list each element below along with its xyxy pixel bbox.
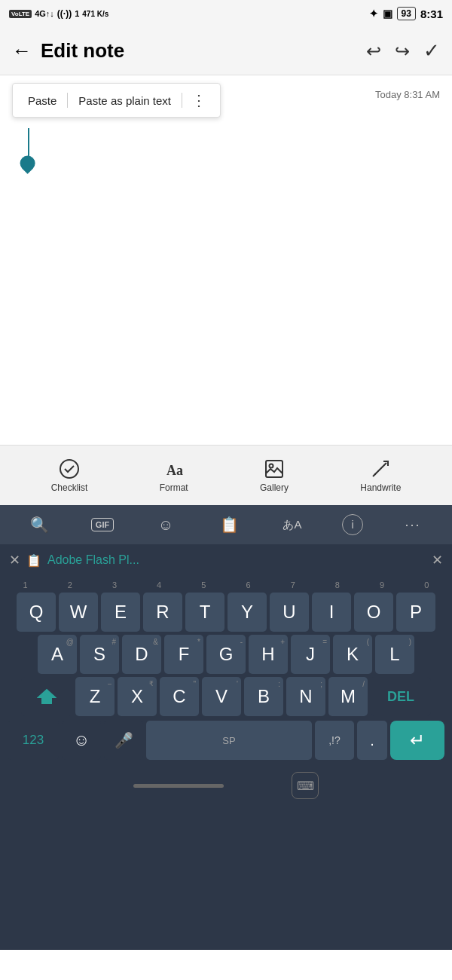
keyboard-top-icons: 🔍 GIF ☺ 📋 あA i ··· [0, 505, 452, 544]
toolbar-divider [67, 93, 68, 108]
keyboard-row-3: –Z ₹X "C 'V :B ;N /M DEL [0, 675, 452, 718]
keyboard-row-1: Q W E R T Y U I O P [0, 591, 452, 633]
more-options-button[interactable]: ⋮ [185, 88, 212, 112]
checklist-button[interactable]: Checklist [51, 458, 88, 493]
keyboard: 🔍 GIF ☺ 📋 あA i ··· ✕ 📋 Adobe Flash Pl...… [0, 505, 452, 950]
kb-translate-icon[interactable]: あA [279, 511, 306, 538]
shift-key[interactable] [21, 677, 72, 716]
svg-line-4 [374, 463, 386, 475]
clipboard-close-right[interactable]: ✕ [432, 552, 443, 568]
key-r[interactable]: R [143, 593, 182, 632]
key-z[interactable]: –Z [75, 677, 115, 716]
key-y[interactable]: Y [228, 593, 267, 632]
gallery-icon [264, 458, 285, 479]
paste-toolbar: Paste Paste as plain text ⋮ [12, 83, 221, 118]
key-t[interactable]: T [185, 593, 224, 632]
key-m[interactable]: /M [328, 677, 368, 716]
save-button[interactable]: ✓ [423, 39, 440, 63]
app-bar: ← Edit note ↩ ↪ ✓ [0, 27, 452, 75]
vibrate-icon: ▣ [383, 8, 392, 20]
undo-button[interactable]: ↩ [366, 41, 381, 62]
period-key[interactable]: . [357, 721, 387, 760]
key-l[interactable]: )L [375, 635, 414, 674]
format-button[interactable]: Aa Format [160, 458, 188, 493]
key-d[interactable]: &D [122, 635, 161, 674]
gallery-label: Gallery [260, 482, 289, 493]
cursor-line [28, 128, 29, 158]
delete-key[interactable]: DEL [371, 677, 431, 716]
key-p[interactable]: P [396, 593, 435, 632]
status-left: VoLTE 4G↑↓ ((·)) 1 471 K/s [9, 8, 108, 19]
kb-more-icon[interactable]: ··· [399, 511, 426, 538]
toolbar-divider2 [182, 93, 182, 108]
app-bar-actions: ↩ ↪ ✓ [366, 39, 440, 63]
svg-line-5 [373, 473, 376, 476]
key-q[interactable]: Q [17, 593, 56, 632]
bottom-toolbar: Checklist Aa Format Gallery Handwrite [0, 445, 452, 505]
key-h[interactable]: +H [249, 635, 288, 674]
kb-sticker-icon[interactable]: ☺ [152, 511, 179, 538]
key-a[interactable]: @A [38, 635, 77, 674]
key-v[interactable]: 'V [202, 677, 241, 716]
format-label: Format [160, 482, 188, 493]
volte-badge: VoLTE [9, 10, 32, 18]
enter-key[interactable]: ↵ [390, 721, 444, 760]
keyboard-row-2: @A #S &D *F -G +H =J (K )L [0, 633, 452, 675]
wifi-icon: ((·)) [57, 8, 72, 19]
paste-button[interactable]: Paste [20, 91, 64, 110]
shift-icon [37, 688, 56, 705]
key-b[interactable]: :B [244, 677, 283, 716]
sym-label: 123 [23, 733, 44, 748]
kb-gif-icon[interactable]: GIF [89, 511, 116, 538]
svg-text:Aa: Aa [166, 463, 183, 478]
status-bar: VoLTE 4G↑↓ ((·)) 1 471 K/s ✦ ▣ 93 8:31 [0, 0, 452, 27]
status-right: ✦ ▣ 93 8:31 [369, 7, 443, 20]
bluetooth-icon: ✦ [369, 8, 378, 20]
clipboard-close-left[interactable]: ✕ [9, 552, 20, 568]
sim-info: 1 [75, 9, 79, 18]
redo-button[interactable]: ↪ [395, 41, 410, 62]
note-content-area[interactable]: Paste Paste as plain text ⋮ Today 8:31 A… [0, 75, 452, 445]
back-button[interactable]: ← [12, 39, 32, 63]
time-display: 8:31 [420, 8, 443, 20]
key-g[interactable]: -G [206, 635, 246, 674]
svg-rect-2 [266, 461, 282, 477]
keyboard-switch-button[interactable]: ⌨ [292, 772, 319, 799]
space-key[interactable]: SP [146, 721, 312, 760]
paste-plain-button[interactable]: Paste as plain text [71, 91, 179, 110]
key-s[interactable]: #S [80, 635, 119, 674]
key-o[interactable]: O [354, 593, 393, 632]
punctuation-key[interactable]: ,!? [315, 721, 354, 760]
clipboard-text[interactable]: Adobe Flash Pl... [47, 553, 426, 567]
svg-marker-6 [38, 690, 55, 703]
handwrite-icon [370, 458, 391, 479]
key-n[interactable]: ;N [286, 677, 325, 716]
handwrite-button[interactable]: Handwrite [360, 458, 401, 493]
key-x[interactable]: ₹X [118, 677, 157, 716]
svg-point-0 [60, 460, 78, 478]
checklist-label: Checklist [51, 482, 88, 493]
key-u[interactable]: U [270, 593, 309, 632]
battery-indicator: 93 [397, 7, 416, 20]
signal-strength: 4G↑↓ [35, 9, 54, 18]
kb-clipboard-icon[interactable]: 📋 [215, 511, 243, 538]
clipboard-bar: ✕ 📋 Adobe Flash Pl... ✕ [0, 544, 452, 576]
emoji-key[interactable]: ☺ [62, 721, 101, 760]
key-w[interactable]: W [59, 593, 98, 632]
checklist-icon [59, 458, 80, 479]
kb-search-icon[interactable]: 🔍 [26, 511, 53, 538]
home-pill[interactable] [133, 784, 224, 788]
gallery-button[interactable]: Gallery [260, 458, 289, 493]
key-j[interactable]: =J [291, 635, 330, 674]
key-f[interactable]: *F [164, 635, 203, 674]
key-i[interactable]: I [312, 593, 351, 632]
key-k[interactable]: (K [333, 635, 372, 674]
data-speed: 471 K/s [82, 10, 108, 18]
kb-info-icon[interactable]: i [342, 514, 363, 535]
key-c[interactable]: "C [160, 677, 199, 716]
key-e[interactable]: E [101, 593, 140, 632]
page-title: Edit note [41, 39, 366, 63]
symbol-key[interactable]: 123 [8, 721, 59, 760]
microphone-key[interactable]: 🎤 [104, 721, 143, 760]
keyboard-row-4: 123 ☺ 🎤 SP ,!? . ↵ [0, 718, 452, 763]
